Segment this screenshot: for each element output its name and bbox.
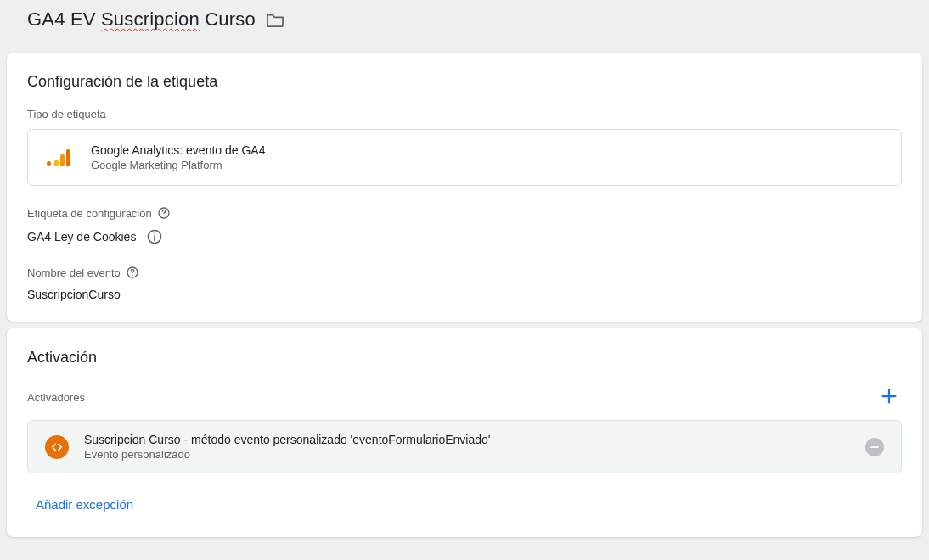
remove-trigger-button[interactable]	[865, 438, 884, 456]
help-icon[interactable]	[126, 266, 139, 279]
tag-config-section-title: Configuración de la etiqueta	[27, 73, 902, 91]
event-name-value: SuscripcionCurso	[27, 288, 902, 301]
tag-configuration-card: Configuración de la etiqueta Tipo de eti…	[7, 53, 922, 322]
ga4-icon	[47, 149, 70, 166]
svg-point-6	[132, 275, 132, 276]
trigger-name: Suscripcion Curso - método evento person…	[84, 433, 491, 446]
config-tag-value: GA4 Ley de Cookies	[27, 230, 136, 244]
tag-type-vendor: Google Marketing Platform	[91, 159, 265, 171]
config-tag-label: Etiqueta de configuración	[27, 206, 902, 220]
svg-point-4	[155, 232, 156, 234]
title-suffix: Curso	[200, 8, 256, 30]
triggers-label: Activadores	[27, 391, 85, 404]
trigger-type: Evento personalizado	[84, 448, 491, 461]
folder-icon[interactable]	[266, 12, 284, 27]
triggering-card: Activación Activadores Suscripcion Curso…	[7, 328, 922, 537]
add-trigger-button[interactable]	[876, 384, 902, 412]
help-icon[interactable]	[157, 206, 171, 220]
title-prefix: GA4 EV	[27, 8, 101, 30]
page-title: GA4 EV Suscripcion Curso	[27, 8, 256, 31]
tag-type-selector[interactable]: Google Analytics: evento de GA4 Google M…	[27, 129, 902, 186]
triggering-section-title: Activación	[27, 349, 902, 367]
tag-type-name: Google Analytics: evento de GA4	[91, 143, 265, 157]
tag-type-label: Tipo de etiqueta	[27, 108, 902, 120]
svg-point-1	[163, 216, 164, 216]
add-exception-button[interactable]: Añadir excepción	[27, 492, 142, 517]
info-icon[interactable]	[146, 228, 163, 245]
event-name-label: Nombre del evento	[27, 266, 902, 279]
title-underlined: Suscripcion	[101, 8, 200, 30]
trigger-row[interactable]: Suscripcion Curso - método evento person…	[27, 420, 902, 473]
code-icon	[45, 435, 69, 459]
